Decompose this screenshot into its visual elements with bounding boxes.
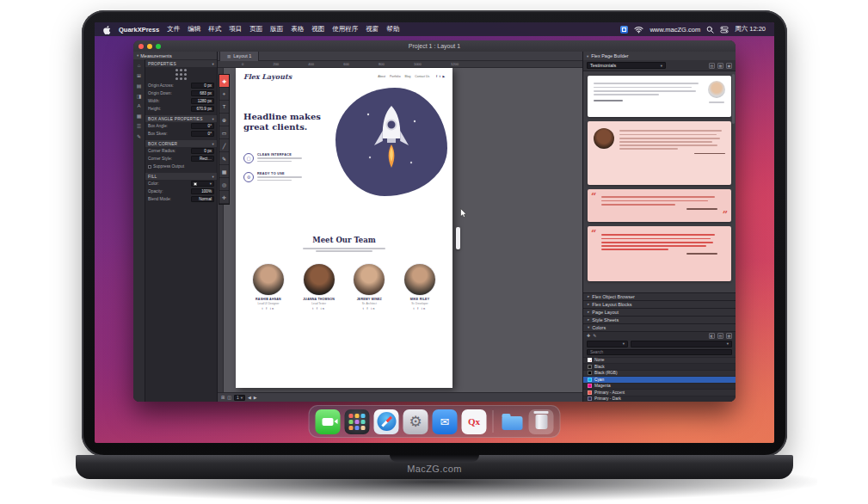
wifi-icon[interactable]: [634, 26, 643, 34]
color-row-black[interactable]: Black: [583, 363, 736, 370]
dock-system-preferences[interactable]: ⚙: [403, 409, 428, 434]
dock-launchpad[interactable]: [345, 409, 370, 434]
item-tool[interactable]: ✚: [219, 75, 229, 88]
text-link-tool[interactable]: ⊕: [219, 114, 229, 126]
dock-facetime[interactable]: [316, 409, 341, 434]
menubar-url[interactable]: www.macZG.com: [649, 26, 700, 34]
shade-dropdown[interactable]: ▾: [587, 341, 628, 347]
box-angle-input[interactable]: 0°: [191, 123, 214, 129]
properties-section-header[interactable]: PROPERTIES▾: [145, 60, 217, 67]
fill-section-header[interactable]: FILL▾: [145, 173, 217, 180]
minimize-button[interactable]: [147, 44, 152, 49]
close-button[interactable]: [139, 44, 144, 49]
next-page-icon[interactable]: ▶: [254, 395, 257, 400]
preset-dropdown[interactable]: Testimonials ▾: [587, 62, 666, 69]
page-view-icon[interactable]: ◫: [227, 395, 231, 400]
dock-mail[interactable]: ✉: [433, 409, 458, 434]
edit-icon[interactable]: ✎: [137, 133, 141, 139]
menu-item-utilities[interactable]: 使用程序: [332, 25, 358, 34]
testimonial-block-3[interactable]: “ ”: [588, 189, 731, 222]
suppress-output-checkbox[interactable]: [148, 165, 151, 169]
height-input[interactable]: 670.9 px: [191, 106, 214, 112]
color-row-magenta[interactable]: Magenta: [583, 383, 736, 390]
width-input[interactable]: 1280 px: [191, 98, 214, 104]
menu-item-layout[interactable]: 版面: [270, 25, 283, 34]
menu-item-help[interactable]: 帮助: [386, 25, 399, 34]
document-canvas[interactable]: Flex Layouts About Portfolio Blog Contac…: [218, 68, 582, 392]
reference-point-grid[interactable]: [145, 67, 217, 82]
pen-tool[interactable]: ✎: [219, 152, 229, 165]
proxy-grid-icon[interactable]: ⊞: [137, 72, 141, 78]
line-tool[interactable]: ╱: [219, 139, 229, 152]
maximize-button[interactable]: [156, 44, 161, 49]
origin-across-input[interactable]: 0 px: [191, 83, 214, 89]
color-row-primary-dark[interactable]: Primary - Dark: [583, 396, 736, 403]
box-skew-input[interactable]: 0°: [191, 131, 214, 137]
measurements-palette-header[interactable]: ▾ Measurements: [133, 52, 217, 59]
app-menu-title[interactable]: QuarkXPress: [119, 26, 159, 34]
color-filter-icon-3[interactable]: ▦: [726, 333, 732, 339]
corner-style-dropdown[interactable]: Rect…: [191, 156, 214, 162]
color-row-cyan[interactable]: Cyan: [583, 376, 736, 383]
menubar-clock[interactable]: 周六 12:20: [735, 25, 766, 34]
menu-item-edit[interactable]: 编辑: [188, 25, 200, 34]
align-icon[interactable]: ◨: [137, 93, 142, 99]
menu-item-view[interactable]: 视图: [311, 25, 324, 34]
color-row-primary-accent[interactable]: Primary - Accent: [583, 389, 736, 396]
color-row-black-rgb[interactable]: Black (RGB): [583, 370, 736, 377]
color-row-none[interactable]: None: [583, 357, 736, 364]
dock-trash[interactable]: [529, 409, 554, 434]
box-corner-section-header[interactable]: BOX CORNER▾: [145, 140, 217, 147]
corner-radius-input[interactable]: 0 px: [191, 148, 214, 154]
color-filter-icon-2[interactable]: ▤: [717, 333, 723, 339]
search-icon[interactable]: [706, 26, 714, 34]
view-large-icon[interactable]: ▣: [726, 63, 732, 69]
flex-builder-header[interactable]: ▾ Flex Page Builder: [583, 52, 736, 60]
section-flex-object-browser[interactable]: ▸ Flex Object Browser: [583, 292, 736, 300]
prev-page-icon[interactable]: ◀: [248, 395, 251, 400]
text-icon[interactable]: A: [137, 103, 140, 108]
control-center-icon[interactable]: [720, 26, 729, 34]
content-tool[interactable]: ⌖: [219, 88, 229, 101]
text-tool[interactable]: T: [219, 101, 229, 114]
spaces-icon[interactable]: ▤: [137, 83, 142, 89]
testimonial-block-4[interactable]: “: [588, 226, 731, 281]
dock-safari[interactable]: [374, 409, 399, 434]
window-titlebar[interactable]: Project 1 : Layout 1: [133, 40, 736, 52]
menu-item-file[interactable]: 文件: [167, 25, 180, 34]
edit-color-icon[interactable]: ✎: [593, 333, 596, 338]
view-list-icon[interactable]: ▤: [709, 63, 715, 69]
zoom-tool[interactable]: ◎: [219, 178, 229, 191]
view-mode-icon[interactable]: ⊞: [221, 395, 225, 400]
menu-item-window[interactable]: 视窗: [366, 25, 379, 34]
dock-quarkxpress[interactable]: Qx: [462, 409, 487, 434]
scrollbar-thumb[interactable]: [456, 227, 460, 249]
list-icon[interactable]: ☰: [137, 123, 141, 129]
section-colors[interactable]: ▾ Colors: [583, 323, 736, 331]
box-tool[interactable]: ▭: [219, 126, 229, 139]
pan-tool[interactable]: ✛: [219, 191, 229, 204]
section-flex-layout-blocks[interactable]: ▸ Flex Layout Blocks: [583, 300, 736, 308]
layout-tab[interactable]: ▦ Layout 1: [219, 52, 259, 61]
opacity-input[interactable]: 100%: [191, 188, 214, 194]
blend-mode-dropdown[interactable]: Normal: [191, 196, 214, 202]
colors-search-input[interactable]: [587, 349, 732, 355]
menu-item-style[interactable]: 样式: [208, 25, 221, 34]
menu-item-table[interactable]: 表格: [291, 25, 304, 34]
menu-item-item[interactable]: 项目: [229, 25, 242, 34]
page-number-field[interactable]: 1 ▾: [234, 395, 245, 401]
dock-downloads-folder[interactable]: [500, 409, 525, 434]
layout-page[interactable]: Flex Layouts About Portfolio Blog Contac…: [236, 68, 452, 388]
add-color-icon[interactable]: ✚: [587, 333, 590, 338]
box-angle-section-header[interactable]: BOX ANGLE PROPERTIES▾: [145, 115, 217, 122]
testimonial-block-2[interactable]: [588, 121, 731, 185]
section-page-layout[interactable]: ▸ Page Layout: [583, 308, 736, 316]
origin-down-input[interactable]: 683 px: [191, 90, 214, 96]
table-icon[interactable]: ▦: [137, 113, 142, 119]
color-filter-icon-1[interactable]: ◧: [709, 333, 715, 339]
fill-color-dropdown[interactable]: ▾: [191, 181, 214, 187]
view-grid-icon[interactable]: ▦: [717, 63, 723, 69]
apple-menu-icon[interactable]: [103, 25, 111, 34]
menu-item-page[interactable]: 页面: [249, 25, 262, 34]
panel-scrollbar[interactable]: [732, 74, 735, 124]
